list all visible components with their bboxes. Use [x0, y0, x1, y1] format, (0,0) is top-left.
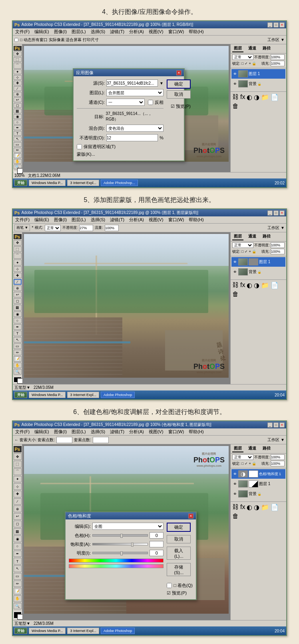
- menu-analysis-1[interactable]: 分析(A): [128, 29, 145, 35]
- move-tool-3[interactable]: ✥: [14, 453, 22, 460]
- eye-icon-1[interactable]: 👁: [233, 71, 237, 76]
- menu-window-2[interactable]: 窗口(W): [167, 217, 185, 223]
- menu-filter-3[interactable]: 滤镜(T): [109, 429, 125, 435]
- menu-layer-1[interactable]: 图层(L): [71, 29, 86, 35]
- lightness-value[interactable]: [150, 550, 163, 556]
- ie-btn-2[interactable]: 3 Internet Expl...: [67, 392, 99, 398]
- path-select-tool[interactable]: ↖: [14, 137, 22, 141]
- eye-icon-bg-2[interactable]: 👁: [233, 269, 237, 274]
- blend-dlg-select[interactable]: 变色混合: [106, 125, 163, 132]
- media-btn-1[interactable]: Windows Media P...: [29, 180, 66, 186]
- channels-tab-2[interactable]: 通道: [247, 233, 258, 240]
- text-tool[interactable]: T: [14, 131, 22, 136]
- notes-tool-3[interactable]: 📝: [14, 588, 22, 594]
- fill-input-p2[interactable]: [271, 249, 285, 254]
- shape-tool-3[interactable]: ▭: [14, 573, 22, 580]
- mask-option[interactable]: 蒙版(K)...: [77, 151, 163, 157]
- layer-item-1[interactable]: 👁 图层 1: [231, 69, 285, 79]
- apply-cancel-btn[interactable]: 取消: [167, 90, 191, 99]
- bg-color-3[interactable]: [17, 614, 23, 620]
- adj-layer-btn-3[interactable]: ◑: [254, 503, 259, 511]
- eye-dropper-tool-2[interactable]: ✏: [14, 350, 22, 355]
- new-layer-btn[interactable]: 📄: [271, 93, 279, 101]
- magic-wand-tool-2[interactable]: ✦: [14, 260, 22, 265]
- history-tool[interactable]: ↩: [14, 97, 22, 102]
- menu-layer-3[interactable]: 图层(L): [71, 429, 86, 435]
- paths-tab-3[interactable]: 路径: [261, 445, 272, 452]
- text-tool-3[interactable]: T: [14, 558, 22, 565]
- window1-controls[interactable]: _ □ ✕: [267, 22, 285, 28]
- zoom-tool-2[interactable]: 🔍: [14, 369, 22, 375]
- node-count-input[interactable]: [93, 437, 109, 443]
- pen-tool-3[interactable]: ✒: [14, 551, 22, 557]
- mask-btn-2[interactable]: ◐: [247, 281, 252, 289]
- crop-tool[interactable]: ⊹: [14, 75, 22, 80]
- heal-tool-3[interactable]: ✚: [14, 491, 22, 497]
- zoom-tool-3[interactable]: 🔍: [14, 603, 22, 610]
- gradient-tool[interactable]: ▦: [14, 109, 22, 113]
- menu-help-1[interactable]: 帮助(H): [188, 29, 204, 35]
- hand-tool-2[interactable]: ✋: [14, 363, 22, 368]
- menu-file-2[interactable]: 文件(F): [14, 217, 30, 223]
- magic-wand-tool[interactable]: ✦: [14, 69, 22, 74]
- marquee-tool-3[interactable]: ⬚: [14, 461, 22, 468]
- heal-tool[interactable]: ✚: [14, 81, 22, 85]
- pen-tool-2[interactable]: ✒: [14, 324, 22, 330]
- bg-color-2[interactable]: [17, 378, 23, 384]
- lightness-slider[interactable]: [92, 552, 148, 554]
- layer-item-bg-3[interactable]: 👁 背景 🔒: [231, 489, 285, 499]
- source-arrow[interactable]: ▼: [159, 81, 163, 85]
- adj-layer-btn[interactable]: ◑: [254, 93, 259, 101]
- eye-icon-1-2[interactable]: 👁: [233, 260, 237, 264]
- group-btn-2[interactable]: 📁: [261, 281, 269, 289]
- pen-tool[interactable]: ✒: [14, 125, 22, 130]
- eye-icon-1-3[interactable]: 👁: [233, 482, 237, 486]
- history-tool-3[interactable]: ↩: [14, 513, 22, 520]
- close-btn-3[interactable]: ✕: [279, 422, 285, 428]
- stamp-tool[interactable]: ⊕: [14, 92, 22, 97]
- blend-mode-select-1[interactable]: 正常: [232, 54, 253, 60]
- fx-btn-2[interactable]: fx: [240, 281, 245, 289]
- lasso-tool-2[interactable]: ⌒: [14, 253, 22, 259]
- menu-image-2[interactable]: 图像(I): [53, 217, 68, 223]
- layers-tab-1[interactable]: 图层: [232, 45, 243, 52]
- mask-btn-3[interactable]: ◐: [247, 503, 252, 511]
- new-layer-btn-3[interactable]: 📄: [271, 503, 279, 511]
- move-tool-2[interactable]: ✥: [14, 240, 22, 246]
- minimize-btn-3[interactable]: _: [267, 422, 273, 428]
- delete-layer-btn-2[interactable]: 🗑: [232, 291, 239, 298]
- maximize-btn-2[interactable]: □: [273, 210, 279, 216]
- link-layers-btn-2[interactable]: ⛓: [232, 281, 239, 289]
- ps-btn-1[interactable]: Adobe Photoshop...: [101, 180, 138, 186]
- hue-sat-ok-btn[interactable]: 确定: [167, 523, 191, 532]
- eye-icon-bg-1[interactable]: 👁: [233, 81, 237, 86]
- mode-select-2[interactable]: 正常: [45, 225, 61, 231]
- blur-tool-2[interactable]: ◉: [14, 311, 22, 317]
- minimize-btn-1[interactable]: _: [267, 22, 273, 28]
- fg-color-3[interactable]: [14, 612, 22, 618]
- paths-tab-1[interactable]: 路径: [261, 45, 272, 52]
- dodge-tool-3[interactable]: ○: [14, 543, 22, 550]
- menu-view-1[interactable]: 视图(V): [148, 29, 164, 35]
- start-btn-2[interactable]: 开始: [14, 392, 27, 398]
- hand-tool-3[interactable]: ✋: [14, 595, 22, 602]
- gradient-tool-3[interactable]: ▦: [14, 528, 22, 535]
- eraser-tool-3[interactable]: ◻: [14, 521, 22, 527]
- opacity-dlg-input[interactable]: [106, 134, 158, 141]
- eraser-tool-2[interactable]: ◻: [14, 298, 22, 304]
- menu-edit-2[interactable]: 编辑(E): [34, 217, 50, 223]
- eye-dropper-tool-3[interactable]: ✏: [14, 581, 22, 587]
- window2-controls[interactable]: _ □ ✕: [267, 210, 285, 216]
- window3-controls[interactable]: _ □ ✕: [267, 422, 285, 428]
- layer-item-bg-1[interactable]: 👁 背景 🔒: [231, 79, 285, 89]
- menu-window-3[interactable]: 窗口(W): [167, 429, 185, 435]
- hue-handle[interactable]: [120, 534, 123, 538]
- close-btn-1[interactable]: ✕: [279, 22, 285, 28]
- menu-view-2[interactable]: 视图(V): [148, 217, 164, 223]
- colorize-checkbox[interactable]: [167, 583, 172, 588]
- marquee-tool[interactable]: ⬚: [14, 57, 22, 62]
- menu-filter-2[interactable]: 滤镜(T): [109, 217, 125, 223]
- blur-tool-3[interactable]: ◉: [14, 535, 22, 542]
- auto-window-checkbox[interactable]: [14, 38, 18, 42]
- heal-tool-2[interactable]: ✚: [14, 273, 22, 278]
